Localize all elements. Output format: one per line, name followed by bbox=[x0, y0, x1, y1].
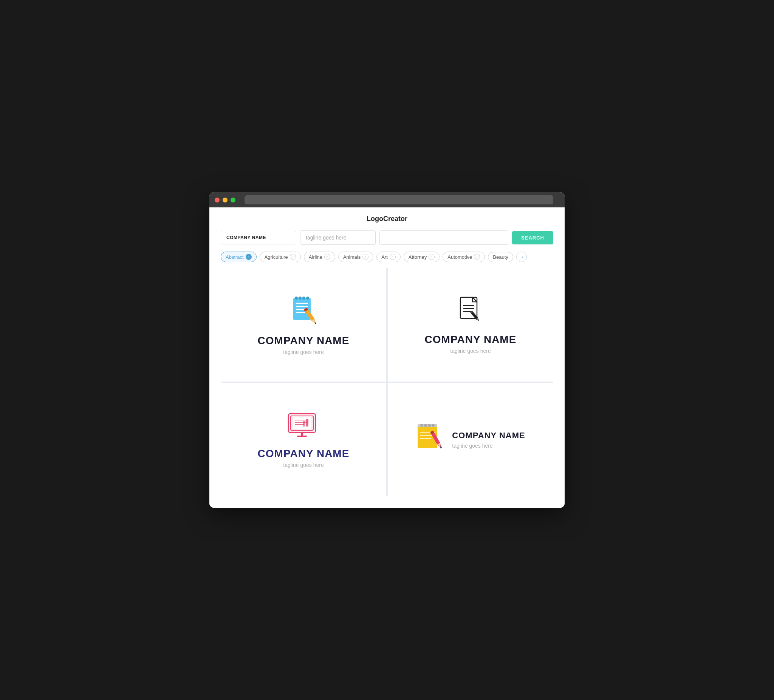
filter-bar: Abstract ✓ Agriculture ✓ Airline ✓ Anima… bbox=[221, 252, 553, 262]
svg-point-8 bbox=[306, 297, 309, 300]
svg-point-35 bbox=[420, 424, 423, 427]
logo-card-1-company-name: COMPANY NAME bbox=[258, 335, 350, 347]
company-name-input[interactable] bbox=[221, 231, 296, 244]
filter-agriculture-check: ✓ bbox=[290, 254, 296, 260]
svg-point-38 bbox=[432, 424, 435, 427]
svg-point-37 bbox=[428, 424, 431, 427]
extra-search-input[interactable] bbox=[379, 230, 508, 245]
filter-automotive-check: ✓ bbox=[474, 254, 480, 260]
mac-window: LogoCreator SEARCH Abstract ✓ Agricultur… bbox=[209, 192, 565, 508]
logo-card-3[interactable]: COMPANY NAME tagline goes here bbox=[221, 383, 386, 496]
filter-airline-label: Airline bbox=[309, 254, 322, 260]
filter-abstract-check: ✓ bbox=[246, 254, 252, 260]
svg-rect-29 bbox=[303, 421, 305, 426]
filter-automotive[interactable]: Automotive ✓ bbox=[443, 252, 485, 262]
logo-card-4[interactable]: COMPANY NAME tagline goes here bbox=[388, 383, 553, 496]
filter-beauty-label: Beauty bbox=[493, 254, 508, 260]
logo-card-4-company-name: COMPANY NAME bbox=[452, 431, 525, 441]
app-title: LogoCreator bbox=[221, 215, 553, 223]
filter-airline-check: ✓ bbox=[324, 254, 330, 260]
logo-icon-4 bbox=[416, 421, 446, 452]
svg-rect-32 bbox=[297, 436, 307, 437]
filter-animals-check: ✓ bbox=[362, 254, 369, 260]
filter-animals[interactable]: Animals ✓ bbox=[338, 252, 374, 262]
logo-icon-3 bbox=[286, 412, 321, 442]
address-bar[interactable] bbox=[245, 195, 553, 205]
filter-attorney-label: Attorney bbox=[408, 254, 427, 260]
close-button[interactable] bbox=[215, 198, 220, 203]
filter-art[interactable]: Art ✓ bbox=[376, 252, 400, 262]
minimize-button[interactable] bbox=[223, 198, 228, 203]
filter-airline[interactable]: Airline ✓ bbox=[304, 252, 335, 262]
maximize-button[interactable] bbox=[230, 198, 235, 203]
titlebar bbox=[209, 192, 565, 207]
logo-card-1[interactable]: COMPANY NAME tagline goes here bbox=[221, 268, 386, 381]
filter-attorney-check: ✓ bbox=[428, 254, 435, 260]
filter-automotive-label: Automotive bbox=[448, 254, 472, 260]
svg-rect-30 bbox=[306, 419, 308, 426]
logo-card-2-tagline: tagline goes here bbox=[450, 348, 491, 354]
svg-point-5 bbox=[295, 297, 298, 300]
logo-card-4-inner: COMPANY NAME tagline goes here bbox=[416, 421, 525, 459]
tagline-input[interactable] bbox=[300, 230, 375, 245]
logo-card-2[interactable]: COMPANY NAME tagline goes here bbox=[388, 268, 553, 381]
logo-card-1-tagline: tagline goes here bbox=[283, 349, 324, 355]
svg-point-6 bbox=[299, 297, 302, 300]
logo-icon-2 bbox=[457, 296, 484, 327]
search-button[interactable]: SEARCH bbox=[512, 231, 553, 244]
logo-icon-1 bbox=[289, 295, 318, 329]
filter-art-label: Art bbox=[381, 254, 388, 260]
filter-art-check: ✓ bbox=[390, 254, 396, 260]
search-bar: SEARCH bbox=[221, 230, 553, 245]
svg-point-7 bbox=[303, 297, 305, 300]
logo-card-4-tagline: tagline goes here bbox=[452, 443, 525, 449]
app-content: LogoCreator SEARCH Abstract ✓ Agricultur… bbox=[209, 207, 565, 508]
svg-point-36 bbox=[424, 424, 427, 427]
filter-attorney[interactable]: Attorney ✓ bbox=[404, 252, 440, 262]
filter-abstract-label: Abstract bbox=[226, 254, 244, 260]
filter-agriculture-label: Agriculture bbox=[265, 254, 288, 260]
filter-agriculture[interactable]: Agriculture ✓ bbox=[260, 252, 301, 262]
logo-card-4-text: COMPANY NAME tagline goes here bbox=[452, 431, 525, 449]
filter-beauty[interactable]: Beauty bbox=[488, 252, 513, 262]
logo-card-3-tagline: tagline goes here bbox=[283, 462, 324, 468]
filter-animals-label: Animals bbox=[343, 254, 361, 260]
logo-card-2-company-name: COMPANY NAME bbox=[425, 333, 517, 346]
filter-next-arrow[interactable]: → bbox=[516, 252, 527, 262]
logo-card-3-company-name: COMPANY NAME bbox=[258, 447, 350, 460]
filter-abstract[interactable]: Abstract ✓ bbox=[221, 252, 256, 262]
logo-grid: COMPANY NAME tagline goes here bbox=[221, 268, 553, 496]
